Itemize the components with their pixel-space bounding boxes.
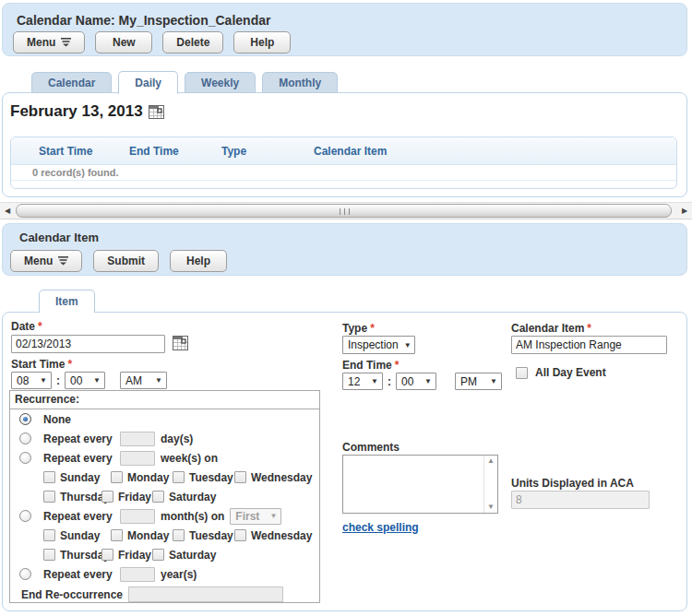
tuesday-label: Tuesday bbox=[189, 529, 233, 542]
new-button[interactable]: New bbox=[95, 31, 152, 53]
recurrence-day-row: Repeat every day(s) bbox=[10, 429, 319, 448]
calendar-item-panel: Calendar Item Menu Submit Help bbox=[2, 223, 687, 276]
month-sunday-checkbox[interactable] bbox=[43, 529, 55, 541]
calendar-header-panel: Calendar Name: My_Inspection_Calendar Me… bbox=[2, 3, 687, 56]
month-wednesday-checkbox[interactable] bbox=[234, 529, 246, 541]
chevron-down-icon: ▼ bbox=[404, 341, 412, 349]
week-monday-checkbox[interactable] bbox=[111, 471, 123, 483]
calendar-item-input[interactable] bbox=[511, 336, 667, 354]
repeat-month-count-input[interactable] bbox=[120, 509, 155, 524]
chevron-down-icon: ▼ bbox=[490, 377, 497, 385]
month-friday-checkbox[interactable] bbox=[101, 549, 113, 561]
col-start-time: Start Time bbox=[11, 145, 129, 158]
tab-weekly[interactable]: Weekly bbox=[185, 72, 256, 93]
monday-label: Monday bbox=[127, 529, 169, 542]
end-reoccurrence-input[interactable] bbox=[128, 586, 283, 602]
date-picker-icon[interactable] bbox=[149, 105, 164, 119]
tab-monthly[interactable]: Monthly bbox=[262, 72, 338, 93]
end-hour-select[interactable]: 12▼ bbox=[342, 373, 383, 390]
calendar-name-title: Calendar Name: My_Inspection_Calendar bbox=[17, 13, 270, 28]
month-ordinal-select[interactable]: First▼ bbox=[230, 508, 281, 525]
date-field-calendar-icon[interactable] bbox=[173, 336, 188, 350]
scroll-left-arrow-icon[interactable]: ◀ bbox=[0, 203, 15, 219]
time-separator: : bbox=[388, 375, 391, 388]
calendar-item-label: Calendar Item* bbox=[511, 322, 591, 335]
week-unit-label: week(s) on bbox=[161, 452, 218, 465]
month-unit-label: month(s) on bbox=[161, 510, 224, 523]
week-tuesday-checkbox[interactable] bbox=[173, 471, 185, 483]
start-meridiem-select[interactable]: AM▼ bbox=[120, 372, 167, 389]
end-meridiem-select[interactable]: PM▼ bbox=[455, 373, 502, 390]
units-input[interactable] bbox=[511, 491, 650, 509]
recurrence-week-radio[interactable] bbox=[19, 452, 31, 464]
daily-results-table: Start Time End Time Type Calendar Item 0… bbox=[10, 136, 677, 189]
week-days-row-1: Sunday Monday Tuesday Wednesday bbox=[10, 468, 319, 487]
comments-textarea[interactable]: ▲ ▼ bbox=[342, 455, 498, 514]
check-spelling-link[interactable]: check spelling bbox=[342, 521, 419, 534]
submit-button-label: Submit bbox=[107, 255, 145, 267]
menu-button-label: Menu bbox=[27, 36, 55, 49]
submit-button[interactable]: Submit bbox=[93, 250, 159, 272]
month-saturday-checkbox[interactable] bbox=[152, 549, 164, 561]
col-type: Type bbox=[221, 145, 314, 158]
end-time-row: 12▼ : 00▼ PM▼ bbox=[342, 373, 502, 390]
tab-item[interactable]: Item bbox=[39, 290, 95, 313]
tab-calendar[interactable]: Calendar bbox=[31, 72, 112, 93]
start-time-label: Start Time* bbox=[11, 358, 72, 371]
all-day-event-checkbox[interactable] bbox=[516, 367, 528, 379]
week-wednesday-checkbox[interactable] bbox=[234, 471, 246, 483]
month-tuesday-checkbox[interactable] bbox=[173, 529, 185, 541]
repeat-day-count-input[interactable] bbox=[120, 432, 155, 446]
tab-daily[interactable]: Daily bbox=[118, 71, 178, 94]
end-minute-select[interactable]: 00▼ bbox=[396, 373, 436, 390]
recurrence-week-row: Repeat every week(s) on bbox=[10, 448, 319, 468]
col-end-time: End Time bbox=[129, 145, 221, 158]
sunday-label: Sunday bbox=[60, 471, 100, 484]
menu-dropdown-icon bbox=[58, 256, 68, 266]
repeat-week-count-input[interactable] bbox=[120, 451, 155, 466]
date-label: Date* bbox=[11, 320, 42, 333]
date-input[interactable] bbox=[11, 335, 165, 353]
week-friday-checkbox[interactable] bbox=[101, 491, 113, 503]
wednesday-label: Wednesday bbox=[251, 529, 312, 542]
horizontal-scrollbar[interactable]: ◀ ▶ bbox=[0, 202, 692, 219]
textarea-scrollbar[interactable]: ▲ ▼ bbox=[483, 456, 497, 513]
recurrence-none-radio[interactable] bbox=[19, 413, 31, 425]
week-thursday-checkbox[interactable] bbox=[43, 491, 55, 503]
recurrence-day-radio[interactable] bbox=[19, 432, 31, 444]
item-help-button[interactable]: Help bbox=[170, 250, 227, 272]
scroll-right-arrow-icon[interactable]: ▶ bbox=[677, 203, 692, 219]
daily-view-panel: February 13, 2013 Start Time End Time Ty… bbox=[2, 92, 687, 197]
start-time-row: 08▼ : 00▼ AM▼ bbox=[11, 372, 167, 389]
week-saturday-checkbox[interactable] bbox=[152, 491, 164, 503]
time-separator: : bbox=[56, 374, 60, 387]
menu-button[interactable]: Menu bbox=[13, 31, 85, 53]
repeat-year-count-input[interactable] bbox=[120, 567, 155, 582]
repeat-every-label: Repeat every bbox=[43, 432, 120, 445]
month-monday-checkbox[interactable] bbox=[111, 529, 123, 541]
chevron-down-icon: ▼ bbox=[371, 377, 378, 385]
item-help-button-label: Help bbox=[186, 255, 210, 267]
help-button[interactable]: Help bbox=[233, 31, 291, 53]
start-hour-select[interactable]: 08▼ bbox=[11, 372, 52, 389]
wednesday-label: Wednesday bbox=[251, 471, 312, 484]
saturday-label: Saturday bbox=[169, 549, 216, 562]
item-form-panel: Date* Start Time* 08▼ : 00▼ AM▼ bbox=[2, 312, 687, 611]
scroll-up-arrow-icon[interactable]: ▲ bbox=[487, 457, 495, 465]
month-thursday-checkbox[interactable] bbox=[43, 549, 55, 561]
units-label: Units Displayed in ACA bbox=[511, 477, 634, 490]
week-sunday-checkbox[interactable] bbox=[43, 471, 55, 483]
item-menu-button[interactable]: Menu bbox=[10, 250, 82, 272]
scrollbar-thumb[interactable] bbox=[16, 204, 672, 218]
type-select[interactable]: Inspection▼ bbox=[342, 336, 415, 354]
recurrence-month-radio[interactable] bbox=[19, 510, 31, 522]
required-asterisk: * bbox=[370, 322, 375, 335]
recurrence-year-radio[interactable] bbox=[19, 568, 31, 580]
monday-label: Monday bbox=[127, 471, 169, 484]
delete-button[interactable]: Delete bbox=[162, 31, 223, 53]
calendar-admin-page: Calendar Name: My_Inspection_Calendar Me… bbox=[0, 0, 692, 616]
start-minute-select[interactable]: 00▼ bbox=[65, 372, 105, 389]
friday-label: Friday bbox=[118, 549, 151, 562]
all-day-event-field: All Day Event bbox=[516, 366, 606, 379]
scroll-down-arrow-icon[interactable]: ▼ bbox=[487, 503, 495, 511]
